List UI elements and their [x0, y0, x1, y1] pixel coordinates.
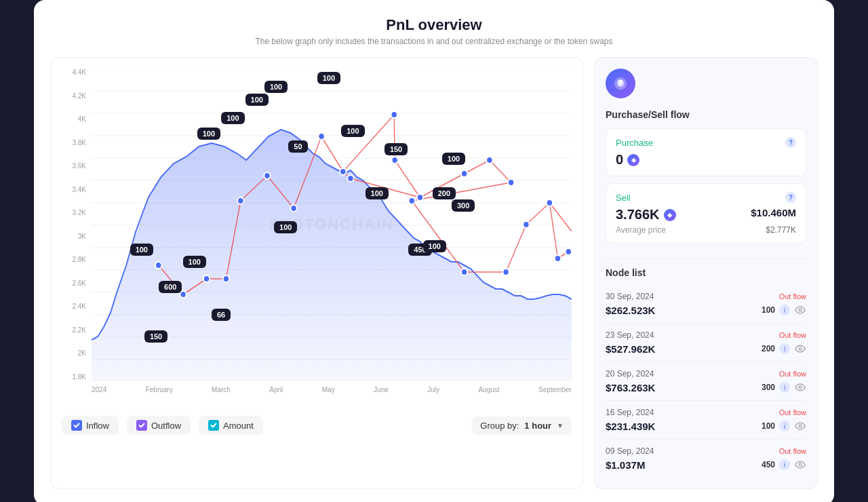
panel-logo-icon — [606, 69, 635, 98]
svg-point-49 — [347, 175, 353, 182]
node-eye-icon[interactable] — [794, 420, 806, 432]
node-info-icon[interactable]: i — [779, 459, 790, 470]
node-date: 23 Sep, 2024 — [606, 330, 654, 340]
sell-label: Sell — [616, 193, 631, 203]
page-subtitle: The below graph only includes the transa… — [50, 37, 818, 46]
node-flow-value: 200 — [762, 344, 775, 353]
svg-point-67 — [799, 386, 802, 389]
svg-point-48 — [340, 168, 346, 175]
node-flow-label: Out flow — [779, 331, 806, 339]
node-bubble: 100 — [317, 72, 340, 84]
chart-footer: Inflow Outflow Amo — [62, 408, 572, 443]
legend-inflow[interactable]: Inflow — [62, 416, 119, 435]
legend-amount[interactable]: Amount — [199, 416, 263, 435]
node-bubble: 600 — [159, 281, 182, 293]
x-axis: 2024 February March April May June July … — [92, 383, 572, 408]
purchase-coin-icon: ◈ — [627, 154, 639, 166]
inflow-checkbox[interactable] — [71, 420, 82, 431]
dropdown-arrow-icon: ▼ — [557, 422, 564, 429]
svg-point-65 — [799, 309, 802, 311]
svg-point-61 — [555, 255, 561, 262]
node-date: 30 Sep, 2024 — [606, 292, 654, 301]
node-bubble: 100 — [183, 256, 206, 268]
node-bubble: 100 — [423, 240, 446, 252]
node-date: 09 Sep, 2024 — [606, 446, 654, 456]
node-list-item: 16 Sep, 2024 Out flow $231.439K 100 i — [606, 401, 806, 440]
node-amount: $527.962K — [606, 343, 655, 355]
node-eye-icon[interactable] — [794, 381, 806, 393]
svg-point-46 — [290, 205, 296, 212]
amount-checkbox[interactable] — [208, 420, 219, 431]
node-bubble: 150 — [384, 143, 408, 155]
legend-outflow[interactable]: Outflow — [127, 416, 191, 435]
purchase-card: Purchase ? 0 ◈ — [606, 128, 806, 176]
svg-point-59 — [523, 221, 529, 228]
node-flow-label: Out flow — [779, 370, 806, 378]
svg-point-52 — [409, 197, 415, 204]
node-date: 16 Sep, 2024 — [606, 408, 654, 417]
node-info-icon[interactable]: i — [779, 421, 790, 431]
svg-line-31 — [412, 182, 511, 201]
svg-point-69 — [799, 463, 802, 466]
node-bubble: 100 — [442, 153, 465, 165]
svg-point-40 — [155, 262, 161, 269]
node-amount: $1.037M — [606, 459, 645, 471]
avg-price-value: $2.777K — [766, 225, 796, 235]
svg-point-51 — [392, 157, 398, 163]
purchase-info-icon[interactable]: ? — [785, 137, 796, 148]
avg-price-label: Average price — [616, 225, 666, 235]
node-eye-icon[interactable] — [794, 343, 806, 355]
node-info-icon[interactable]: i — [779, 382, 790, 393]
node-amount: $262.523K — [606, 305, 655, 316]
chart-wrapper: 4.4K 4.2K 4K 3.8K 3.6K 3.4K 3.2K 3K 2.8K… — [62, 69, 572, 408]
svg-point-57 — [502, 269, 509, 275]
node-bubble: 150 — [144, 330, 167, 343]
node-eye-icon[interactable] — [794, 459, 806, 471]
node-flow-value: 100 — [762, 305, 775, 315]
inflow-label: Inflow — [86, 421, 109, 431]
node-eye-icon[interactable] — [794, 304, 806, 316]
purchase-label: Purchase — [616, 138, 653, 148]
svg-point-44 — [237, 197, 243, 204]
node-flow-value: 300 — [762, 383, 775, 392]
svg-point-47 — [318, 133, 324, 140]
svg-point-56 — [486, 157, 492, 163]
node-flow-label: Out flow — [779, 292, 806, 301]
group-by-selector[interactable]: Group by: 1 hour ▼ — [472, 417, 572, 435]
svg-line-30 — [490, 160, 511, 182]
svg-line-29 — [465, 160, 490, 174]
svg-point-64 — [619, 82, 623, 85]
node-bubble: 100 — [197, 128, 220, 140]
svg-point-66 — [799, 347, 802, 350]
svg-point-45 — [264, 172, 270, 179]
outflow-checkbox[interactable] — [136, 420, 147, 431]
node-info-icon[interactable]: i — [779, 343, 790, 354]
node-list-title: Node list — [606, 267, 806, 278]
sell-usd-value: $10.460M — [751, 207, 796, 218]
main-container: PnL overview The below graph only includ… — [34, 0, 834, 502]
node-flow-label: Out flow — [779, 447, 806, 455]
node-list-item: 20 Sep, 2024 Out flow $763.263K 300 i — [606, 362, 806, 401]
svg-point-54 — [461, 170, 467, 177]
y-axis: 4.4K 4.2K 4K 3.8K 3.6K 3.4K 3.2K 3K 2.8K… — [62, 69, 89, 381]
main-content: 4.4K 4.2K 4K 3.8K 3.6K 3.4K 3.2K 3K 2.8K… — [50, 57, 818, 489]
node-info-icon[interactable]: i — [779, 305, 790, 315]
node-bubble: 300 — [452, 199, 475, 212]
amount-label: Amount — [223, 421, 254, 431]
node-date: 20 Sep, 2024 — [606, 369, 654, 379]
group-by-value: 1 hour — [524, 421, 551, 431]
svg-point-58 — [508, 179, 514, 186]
right-panel: Purchase/Sell flow Purchase ? 0 ◈ Sell ? — [594, 57, 818, 489]
node-bubble: 100 — [274, 221, 297, 233]
node-list-item: 23 Sep, 2024 Out flow $527.962K 200 i — [606, 324, 806, 362]
node-bubble: 100 — [130, 244, 153, 256]
page-header: PnL overview The below graph only includ… — [50, 16, 818, 46]
divider — [606, 258, 806, 259]
sell-info-icon[interactable]: ? — [785, 192, 796, 203]
sell-value: 3.766K — [616, 207, 660, 223]
node-bubble: 100 — [221, 112, 244, 124]
svg-point-43 — [223, 275, 229, 282]
chart-area: 4.4K 4.2K 4K 3.8K 3.6K 3.4K 3.2K 3K 2.8K… — [50, 57, 583, 489]
outflow-label: Outflow — [151, 421, 181, 431]
node-bubble: 100 — [366, 187, 389, 199]
